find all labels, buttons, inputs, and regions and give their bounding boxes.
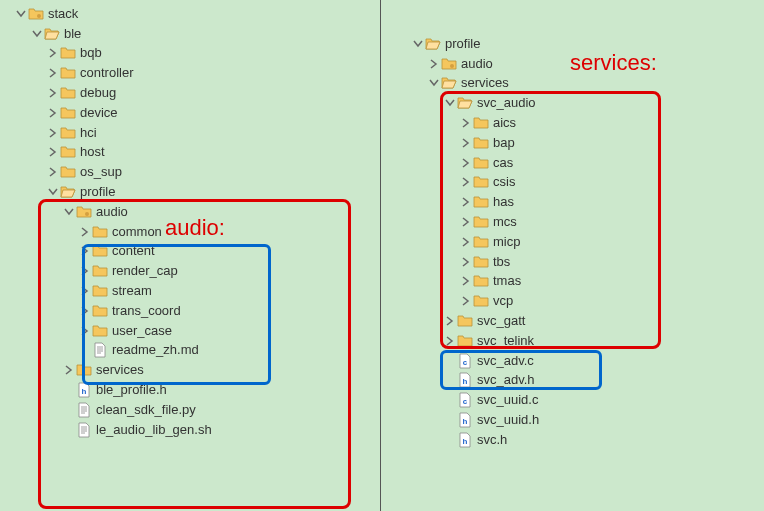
- node-svc-telink[interactable]: svc_telink: [381, 331, 764, 351]
- twistie-closed-icon[interactable]: [80, 227, 90, 237]
- h-file-icon: [457, 432, 473, 448]
- twistie-closed-icon[interactable]: [461, 177, 471, 187]
- node-aics[interactable]: aics: [381, 113, 764, 133]
- twistie-closed-icon[interactable]: [429, 59, 439, 69]
- folder-open-icon: [441, 75, 457, 91]
- twistie-closed-icon[interactable]: [80, 306, 90, 316]
- twistie-closed-icon[interactable]: [461, 158, 471, 168]
- folder-icon: [473, 115, 489, 131]
- node-debug[interactable]: debug: [0, 83, 380, 103]
- folder-icon: [473, 234, 489, 250]
- twistie-closed-icon[interactable]: [461, 276, 471, 286]
- twistie-open-icon[interactable]: [32, 29, 42, 39]
- node-csis[interactable]: csis: [381, 173, 764, 193]
- node-svc-adv-c[interactable]: svc_adv.c: [381, 351, 764, 371]
- twistie-open-icon[interactable]: [445, 98, 455, 108]
- node-hci[interactable]: hci: [0, 123, 380, 143]
- twistie-closed-icon[interactable]: [80, 246, 90, 256]
- folder-icon: [76, 362, 92, 378]
- folder-icon: [473, 293, 489, 309]
- twistie-closed-icon[interactable]: [48, 108, 58, 118]
- node-tbs[interactable]: tbs: [381, 252, 764, 272]
- node-le-audio[interactable]: le_audio_lib_gen.sh: [0, 420, 380, 440]
- node-controller[interactable]: controller: [0, 63, 380, 83]
- folder-icon: [92, 224, 108, 240]
- node-micp[interactable]: micp: [381, 232, 764, 252]
- node-ble[interactable]: ble: [0, 24, 380, 44]
- node-svc-gatt[interactable]: svc_gatt: [381, 311, 764, 331]
- twistie-closed-icon[interactable]: [48, 88, 58, 98]
- node-stream[interactable]: stream: [0, 281, 380, 301]
- node-trans-coord[interactable]: trans_coord: [0, 301, 380, 321]
- twistie-closed-icon[interactable]: [48, 128, 58, 138]
- folder-icon: [60, 105, 76, 121]
- node-profile-r[interactable]: profile: [381, 34, 764, 54]
- twistie-closed-icon[interactable]: [64, 365, 74, 375]
- folder-icon: [457, 313, 473, 329]
- node-user-case[interactable]: user_case: [0, 321, 380, 341]
- twistie-closed-icon[interactable]: [80, 326, 90, 336]
- c-file-icon: [457, 392, 473, 408]
- twistie-closed-icon[interactable]: [461, 237, 471, 247]
- node-bqb[interactable]: bqb: [0, 44, 380, 64]
- twistie-closed-icon[interactable]: [461, 138, 471, 148]
- folder-icon: [60, 164, 76, 180]
- twistie-open-icon[interactable]: [16, 9, 26, 19]
- node-os-sup[interactable]: os_sup: [0, 162, 380, 182]
- node-vcp[interactable]: vcp: [381, 291, 764, 311]
- node-clean-sdk[interactable]: clean_sdk_file.py: [0, 400, 380, 420]
- node-common[interactable]: common: [0, 222, 380, 242]
- node-cas[interactable]: cas: [381, 153, 764, 173]
- node-services-r[interactable]: services: [381, 74, 764, 94]
- tree-right: profile audio services svc_audio aics ba…: [381, 0, 764, 511]
- node-host[interactable]: host: [0, 143, 380, 163]
- node-services[interactable]: services: [0, 360, 380, 380]
- twistie-closed-icon[interactable]: [48, 48, 58, 58]
- node-svc-audio[interactable]: svc_audio: [381, 93, 764, 113]
- node-audio[interactable]: audio: [0, 202, 380, 222]
- folder-icon: [473, 155, 489, 171]
- node-content[interactable]: content: [0, 242, 380, 262]
- node-device[interactable]: device: [0, 103, 380, 123]
- twistie-closed-icon[interactable]: [461, 217, 471, 227]
- node-render-cap[interactable]: render_cap: [0, 261, 380, 281]
- twistie-closed-icon[interactable]: [445, 336, 455, 346]
- twistie-closed-icon[interactable]: [461, 296, 471, 306]
- folder-icon: [457, 333, 473, 349]
- folder-open-icon: [425, 36, 441, 52]
- folder-icon: [473, 135, 489, 151]
- twistie-closed-icon[interactable]: [48, 68, 58, 78]
- node-tmas[interactable]: tmas: [381, 272, 764, 292]
- node-stack[interactable]: stack: [0, 4, 380, 24]
- h-file-icon: [457, 372, 473, 388]
- twistie-open-icon[interactable]: [429, 78, 439, 88]
- node-svc-h[interactable]: svc.h: [381, 430, 764, 450]
- twistie-open-icon[interactable]: [64, 207, 74, 217]
- node-svc-adv-h[interactable]: svc_adv.h: [381, 371, 764, 391]
- twistie-closed-icon[interactable]: [461, 197, 471, 207]
- folder-icon: [473, 273, 489, 289]
- node-has[interactable]: has: [381, 192, 764, 212]
- twistie-closed-icon[interactable]: [80, 266, 90, 276]
- node-ble-profile-h[interactable]: ble_profile.h: [0, 380, 380, 400]
- twistie-closed-icon[interactable]: [461, 118, 471, 128]
- node-readme[interactable]: readme_zh.md: [0, 341, 380, 361]
- twistie-closed-icon[interactable]: [445, 316, 455, 326]
- folder-icon: [60, 85, 76, 101]
- h-file-icon: [457, 412, 473, 428]
- node-svc-uuid-c[interactable]: svc_uuid.c: [381, 390, 764, 410]
- node-bap[interactable]: bap: [381, 133, 764, 153]
- node-audio-r[interactable]: audio: [381, 54, 764, 74]
- folder-icon: [60, 125, 76, 141]
- twistie-closed-icon[interactable]: [48, 147, 58, 157]
- node-profile[interactable]: profile: [0, 182, 380, 202]
- node-svc-uuid-h[interactable]: svc_uuid.h: [381, 410, 764, 430]
- twistie-closed-icon[interactable]: [461, 257, 471, 267]
- twistie-open-icon[interactable]: [48, 187, 58, 197]
- twistie-closed-icon[interactable]: [48, 167, 58, 177]
- markdown-file-icon: [92, 342, 108, 358]
- twistie-closed-icon[interactable]: [80, 286, 90, 296]
- twistie-open-icon[interactable]: [413, 39, 423, 49]
- folder-icon: [60, 45, 76, 61]
- node-mcs[interactable]: mcs: [381, 212, 764, 232]
